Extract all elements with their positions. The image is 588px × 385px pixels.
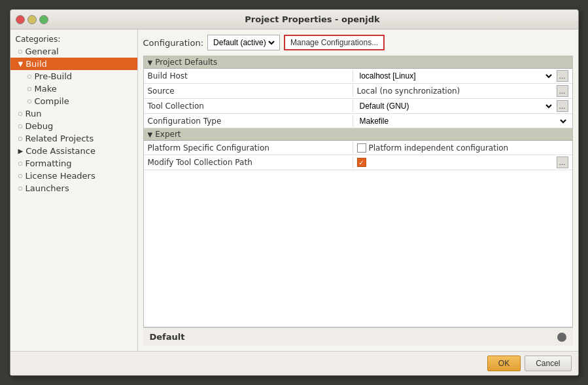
prop-name: Source: [144, 85, 353, 97]
bottom-bar: Default: [143, 327, 573, 346]
sidebar: Categories: ○ General ▼ Build ○ Pre-Buil…: [10, 29, 138, 351]
sidebar-item-general[interactable]: ○ General: [10, 45, 137, 58]
maximize-button[interactable]: [39, 15, 48, 24]
collapse-icon: ▼: [148, 131, 153, 138]
section-title: Project Defaults: [155, 58, 217, 67]
cancel-button[interactable]: Cancel: [525, 356, 571, 371]
sidebar-item-compile[interactable]: ○ Compile: [10, 95, 137, 107]
prop-name: Configuration Type: [144, 115, 353, 127]
properties-table: ▼ Project Defaults Build Host localhost …: [143, 56, 573, 327]
bullet-icon: ○: [27, 98, 32, 104]
sidebar-item-label: Launchers: [25, 183, 69, 193]
prop-value: Local (no synchronization) …: [353, 84, 572, 98]
config-bar: Configuration: Default (active) Manage C…: [143, 35, 573, 50]
expand-arrow-icon: ▼: [18, 60, 24, 67]
expert-header[interactable]: ▼ Expert: [144, 128, 572, 141]
source-value: Local (no synchronization): [357, 86, 554, 96]
bottom-label: Default: [150, 332, 557, 342]
prop-name: Build Host: [144, 70, 353, 82]
sidebar-item-run[interactable]: ○ Run: [10, 107, 137, 120]
bullet-icon: ○: [18, 123, 23, 129]
table-row: Build Host localhost [Linux] …: [144, 69, 572, 84]
browse-button[interactable]: …: [557, 70, 568, 82]
bullet-icon: ○: [18, 185, 23, 191]
platform-independent-label: Platform independent configuration: [369, 143, 509, 153]
prop-name: Modify Tool Collection Path: [144, 156, 353, 168]
bullet-icon: ○: [18, 173, 23, 179]
manage-configurations-button[interactable]: Manage Configurations...: [284, 35, 385, 50]
browse-button[interactable]: …: [557, 100, 568, 112]
prop-value: Platform independent configuration: [353, 142, 572, 154]
sidebar-item-make[interactable]: ○ Make: [10, 82, 137, 95]
sidebar-item-label: Pre-Build: [34, 71, 72, 81]
config-select-input[interactable]: Default (active): [211, 37, 277, 48]
table-row: Platform Specific Configuration Platform…: [144, 141, 572, 155]
footer: OK Cancel: [10, 351, 578, 375]
table-row: Configuration Type Makefile: [144, 114, 572, 128]
modify-tool-collection-checkbox[interactable]: [357, 158, 366, 167]
sidebar-item-formatting[interactable]: ○ Formatting: [10, 157, 137, 170]
sidebar-item-label: Compile: [34, 96, 69, 106]
table-row: Modify Tool Collection Path …: [144, 155, 572, 170]
config-type-select[interactable]: Makefile: [357, 116, 568, 126]
browse-button[interactable]: …: [557, 85, 568, 97]
prop-value: localhost [Linux] …: [353, 69, 572, 83]
collapse-icon: ▼: [148, 59, 153, 66]
prop-name: Tool Collection: [144, 100, 353, 112]
platform-independent-checkbox[interactable]: [357, 143, 366, 153]
sidebar-item-pre-build[interactable]: ○ Pre-Build: [10, 70, 137, 82]
project-defaults-header[interactable]: ▼ Project Defaults: [144, 56, 572, 69]
sidebar-item-license-headers[interactable]: ○ License Headers: [10, 170, 137, 182]
bullet-icon: ○: [27, 86, 32, 92]
sidebar-item-label: Run: [25, 109, 41, 119]
bullet-icon: ○: [18, 48, 23, 54]
sidebar-item-label: Related Projects: [25, 134, 94, 143]
categories-label: Categories:: [10, 33, 137, 45]
minimize-button[interactable]: [27, 15, 37, 24]
status-indicator: [557, 333, 566, 342]
bullet-icon: ○: [18, 111, 23, 117]
prop-value: …: [353, 155, 572, 170]
expand-arrow-icon: ▶: [18, 147, 24, 155]
sidebar-item-label: Build: [26, 59, 47, 69]
browse-button[interactable]: …: [557, 156, 568, 168]
sidebar-item-launchers[interactable]: ○ Launchers: [10, 182, 137, 194]
build-host-select[interactable]: localhost [Linux]: [357, 71, 554, 81]
sidebar-item-label: License Headers: [25, 171, 95, 181]
main-panel: Configuration: Default (active) Manage C…: [138, 29, 578, 351]
sidebar-item-label: Formatting: [25, 158, 71, 168]
config-label: Configuration:: [143, 38, 204, 48]
sidebar-item-related-projects[interactable]: ○ Related Projects: [10, 132, 137, 145]
prop-value: Makefile: [353, 115, 572, 128]
content-area: Categories: ○ General ▼ Build ○ Pre-Buil…: [10, 29, 578, 351]
table-row: Source Local (no synchronization) …: [144, 84, 572, 99]
window-title: Project Properties - openjdk: [52, 14, 573, 24]
tool-collection-select[interactable]: Default (GNU): [357, 101, 554, 111]
section-title: Expert: [155, 130, 181, 139]
sidebar-item-label: Debug: [25, 121, 53, 131]
sidebar-item-build[interactable]: ▼ Build: [10, 58, 137, 70]
title-bar: Project Properties - openjdk: [10, 10, 578, 29]
sidebar-item-label: General: [25, 46, 58, 56]
bullet-icon: ○: [18, 160, 23, 166]
prop-name: Platform Specific Configuration: [144, 142, 353, 154]
bullet-icon: ○: [18, 136, 23, 141]
window-controls: [16, 15, 48, 24]
sidebar-item-label: Code Assistance: [26, 146, 95, 156]
table-row: Tool Collection Default (GNU) …: [144, 99, 572, 114]
prop-value: Default (GNU) …: [353, 99, 572, 113]
platform-independent-checkbox-cell: Platform independent configuration: [357, 143, 509, 153]
close-button[interactable]: [16, 15, 25, 24]
main-window: Project Properties - openjdk Categories:…: [10, 9, 579, 376]
sidebar-item-debug[interactable]: ○ Debug: [10, 120, 137, 132]
ok-button[interactable]: OK: [487, 356, 521, 371]
sidebar-item-label: Make: [34, 84, 56, 94]
sidebar-item-code-assistance[interactable]: ▶ Code Assistance: [10, 145, 137, 157]
bullet-icon: ○: [27, 73, 32, 79]
config-select-wrapper[interactable]: Default (active): [207, 35, 280, 50]
